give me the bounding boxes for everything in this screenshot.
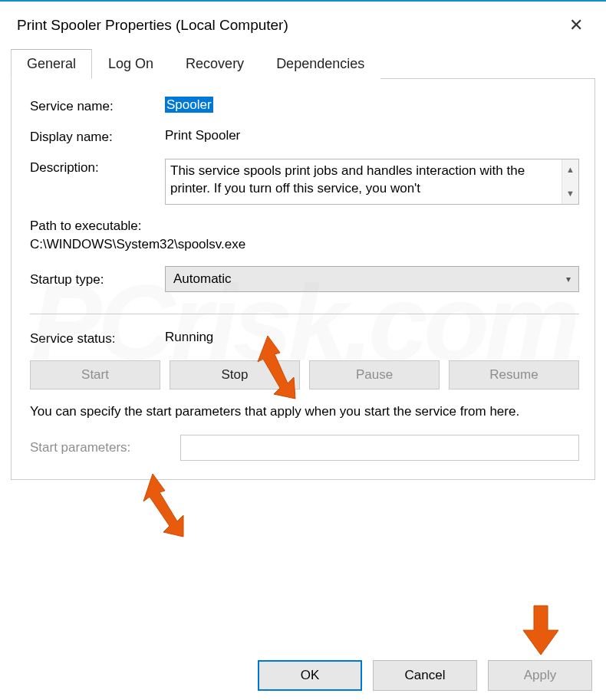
tab-strip: General Log On Recovery Dependencies bbox=[11, 49, 595, 79]
resume-button[interactable]: Resume bbox=[449, 360, 579, 389]
start-button[interactable]: Start bbox=[30, 360, 160, 389]
chevron-down-icon: ▾ bbox=[566, 274, 571, 284]
separator bbox=[30, 314, 579, 314]
window-title: Print Spooler Properties (Local Computer… bbox=[17, 17, 288, 34]
value-description: This service spools print jobs and handl… bbox=[170, 163, 574, 198]
scroll-down-icon[interactable]: ▼ bbox=[566, 188, 575, 199]
label-display-name: Display name: bbox=[30, 128, 165, 145]
value-service-name: Spooler bbox=[165, 97, 213, 113]
close-icon[interactable]: ✕ bbox=[563, 14, 589, 37]
ok-button[interactable]: OK bbox=[258, 660, 362, 691]
tab-recovery[interactable]: Recovery bbox=[170, 49, 260, 79]
label-service-status: Service status: bbox=[30, 330, 165, 347]
value-display-name: Print Spooler bbox=[165, 128, 579, 143]
start-parameters-input[interactable] bbox=[180, 435, 579, 461]
pause-button[interactable]: Pause bbox=[309, 360, 440, 389]
label-startup-type: Startup type: bbox=[30, 271, 165, 288]
tab-general[interactable]: General bbox=[11, 49, 92, 79]
tab-dependencies[interactable]: Dependencies bbox=[260, 49, 380, 79]
label-service-name: Service name: bbox=[30, 97, 165, 114]
titlebar: Print Spooler Properties (Local Computer… bbox=[0, 2, 606, 49]
general-panel: Service name: Spooler Display name: Prin… bbox=[11, 79, 595, 480]
note-text: You can specify the start parameters tha… bbox=[30, 403, 579, 421]
label-path: Path to executable: bbox=[30, 219, 579, 234]
tab-log-on[interactable]: Log On bbox=[92, 49, 170, 79]
stop-button[interactable]: Stop bbox=[170, 360, 300, 389]
apply-button[interactable]: Apply bbox=[488, 660, 592, 691]
value-service-status: Running bbox=[165, 330, 579, 345]
label-start-parameters: Start parameters: bbox=[30, 440, 180, 455]
startup-type-value: Automatic bbox=[173, 271, 232, 287]
label-description: Description: bbox=[30, 159, 165, 176]
scrollbar[interactable]: ▲ ▼ bbox=[562, 159, 578, 204]
scroll-up-icon[interactable]: ▲ bbox=[566, 164, 575, 176]
description-textbox[interactable]: This service spools print jobs and handl… bbox=[165, 159, 579, 205]
dialog-footer: OK Cancel Apply bbox=[0, 660, 606, 691]
annotation-arrow-icon bbox=[519, 604, 563, 656]
startup-type-select[interactable]: Automatic ▾ bbox=[165, 266, 579, 292]
value-path: C:\WINDOWS\System32\spoolsv.exe bbox=[30, 237, 579, 252]
cancel-button[interactable]: Cancel bbox=[373, 660, 477, 691]
